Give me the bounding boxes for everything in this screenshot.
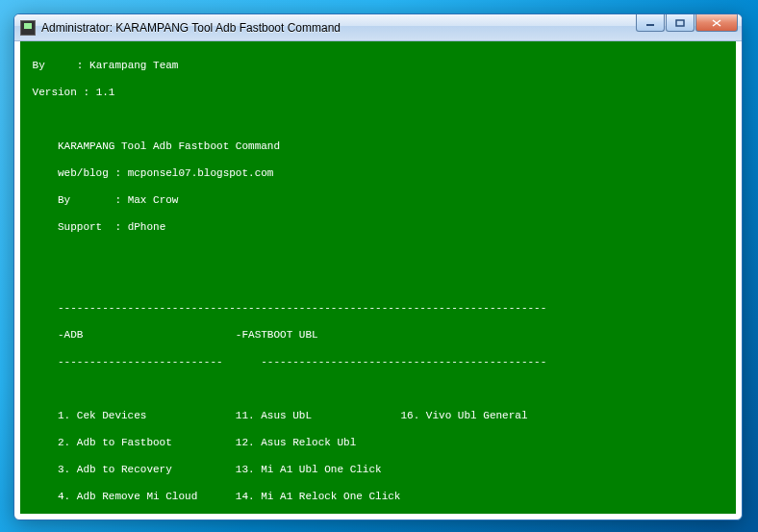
- maximize-button[interactable]: [666, 14, 695, 32]
- app-icon: [20, 20, 36, 36]
- window-controls: [635, 14, 738, 32]
- svg-rect-0: [646, 24, 654, 26]
- header-version: Version : 1.1: [26, 86, 730, 99]
- minimize-icon: [645, 19, 655, 27]
- section-headers-1: -ADB -FASTBOOT UBL: [26, 328, 730, 342]
- sep1: ----------------------------------------…: [26, 301, 730, 315]
- menu-row-2: 2. Adb to Fastboot 12. Asus Relock Ubl: [26, 436, 730, 449]
- svg-rect-1: [676, 20, 684, 26]
- app-window: Administrator: KARAMPANG Tool Adb Fastbo…: [13, 13, 743, 520]
- close-icon: [712, 19, 721, 27]
- menu-row-1: 1. Cek Devices 11. Asus UbL 16. Vivo Ubl…: [26, 409, 730, 422]
- window-title: Administrator: KARAMPANG Tool Adb Fastbo…: [41, 21, 341, 35]
- sep2: -------------------------- -------------…: [26, 355, 730, 368]
- titlebar[interactable]: Administrator: KARAMPANG Tool Adb Fastbo…: [14, 14, 742, 41]
- by2-line: By : Max Crow: [26, 193, 730, 207]
- menu-row-4: 4. Adb Remove Mi Cloud 14. Mi A1 Relock …: [26, 490, 730, 503]
- web-line: web/blog : mcponsel07.blogspot.com: [26, 166, 730, 180]
- maximize-icon: [675, 19, 685, 27]
- terminal[interactable]: By : Karampang Team Version : 1.1 KARAMP…: [20, 41, 736, 514]
- app-title-line: KARAMPANG Tool Adb Fastboot Command: [26, 139, 730, 153]
- minimize-button[interactable]: [636, 14, 665, 32]
- support-line: Support : dPhone: [26, 220, 730, 234]
- menu-row-3: 3. Adb to Recovery 13. Mi A1 Ubl One Cli…: [26, 463, 730, 476]
- close-button[interactable]: [695, 14, 738, 32]
- header-by: By : Karampang Team: [26, 59, 730, 72]
